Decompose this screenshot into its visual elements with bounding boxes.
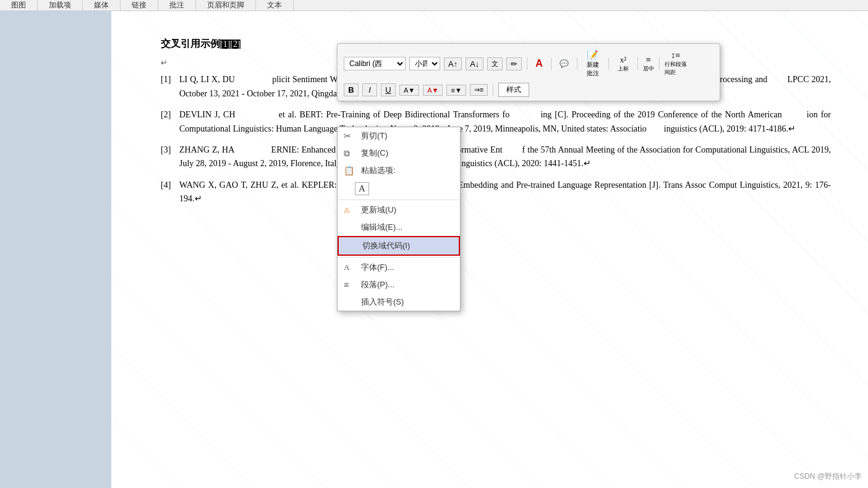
ref-content-3: ZHANG Z, HA ERNIE: Enhanced Language Rep… bbox=[179, 143, 831, 171]
toolbar-sep-5 bbox=[637, 57, 638, 70]
floating-toolbar: Calibri (西 小四 A↑ A↓ 文 ✏ A 💬 📝 新建批注 x² 上标… bbox=[337, 43, 720, 101]
toolbar-row-2: B I U A▼ A▼ ≡▼ ⇒≡ 样式 bbox=[344, 83, 713, 97]
ref-content-2: DEVLIN J, CH et al. BERT: Pre-Training o… bbox=[179, 108, 831, 136]
new-comment-btn[interactable]: 📝 新建批注 bbox=[582, 48, 603, 80]
clear-format-btn[interactable]: 文 bbox=[487, 57, 503, 70]
ref-entry-4: [4] WANG X, GAO T, ZHU Z, et al. KEPLER:… bbox=[161, 179, 831, 206]
bold-btn[interactable]: B bbox=[344, 83, 359, 96]
ribbon-tab-comment[interactable]: 批注 bbox=[158, 0, 196, 12]
font-size-select[interactable]: 小四 bbox=[409, 57, 440, 70]
list-btn[interactable]: ≡▼ bbox=[446, 85, 466, 96]
new-comment-label: 新建批注 bbox=[587, 61, 599, 78]
ref-content-4: WANG X, GAO T, ZHU Z, et al. KEPLER: A U… bbox=[179, 179, 831, 206]
line-spacing-btn[interactable]: ↕≡ 行和段落间距 bbox=[665, 51, 687, 77]
edit-field-label: 编辑域(E)... bbox=[361, 222, 454, 233]
context-font[interactable]: A 字体(F)... bbox=[338, 259, 460, 276]
font-color-btn[interactable]: A▼ bbox=[423, 85, 443, 96]
ref-entry-3: [3] ZHANG Z, HA ERNIE: Enhanced Language… bbox=[161, 143, 831, 171]
color-a-btn[interactable]: A bbox=[532, 56, 546, 71]
toolbar-sep-2 bbox=[551, 57, 551, 70]
font-decrease-btn[interactable]: A↓ bbox=[466, 57, 483, 70]
paragraph-label: 段落(P)... bbox=[361, 279, 454, 290]
cut-label: 剪切(T) bbox=[361, 130, 454, 141]
context-paste-sub[interactable]: A bbox=[338, 179, 460, 198]
csdn-watermark: CSDN @野指针小李 bbox=[794, 471, 862, 482]
context-menu: ✂ 剪切(T) ⧉ 复制(C) 📋 粘贴选项: A ⚠ 更新域(U) 编辑域(E… bbox=[337, 127, 461, 311]
new-comment-icon: 📝 bbox=[587, 49, 598, 61]
line-spacing-label: 行和段落间距 bbox=[665, 61, 687, 77]
insert-symbol-label: 插入符号(S) bbox=[361, 297, 454, 308]
superscript-btn[interactable]: x² 上标 bbox=[614, 54, 632, 74]
update-field-icon: ⚠ bbox=[344, 206, 357, 214]
context-paste-options[interactable]: 📋 粘贴选项: bbox=[338, 162, 460, 179]
ref-num-2: [2] bbox=[161, 108, 179, 136]
toolbar-sep-3 bbox=[577, 57, 577, 70]
menu-sep-2 bbox=[338, 257, 460, 258]
context-update-field[interactable]: ⚠ 更新域(U) bbox=[338, 201, 460, 219]
cut-icon: ✂ bbox=[344, 131, 357, 141]
font-menu-icon: A bbox=[344, 263, 357, 272]
context-cut[interactable]: ✂ 剪切(T) bbox=[338, 127, 460, 145]
toolbar-row-1: Calibri (西 小四 A↑ A↓ 文 ✏ A 💬 📝 新建批注 x² 上标… bbox=[344, 48, 713, 80]
ribbon-bar: 图图 加载项 媒体 链接 批注 页眉和页脚 文本 bbox=[0, 0, 868, 11]
toolbar-sep-6 bbox=[659, 57, 660, 70]
ribbon-tab-tut[interactable]: 图图 bbox=[0, 0, 38, 12]
ribbon-tab-media[interactable]: 媒体 bbox=[83, 0, 121, 12]
paste-options-label: 粘贴选项: bbox=[361, 165, 454, 176]
ref-num-1: [1] bbox=[161, 73, 179, 101]
context-toggle-code[interactable]: 切换域代码(I) bbox=[338, 236, 460, 256]
font-label: 字体(F)... bbox=[361, 262, 454, 273]
update-field-label: 更新域(U) bbox=[361, 204, 454, 216]
justify-btn[interactable]: ≡ 居中 bbox=[643, 55, 654, 73]
menu-sep-1 bbox=[338, 200, 460, 200]
selected-references: [1][2] bbox=[220, 40, 240, 49]
toolbar-sep-7 bbox=[493, 84, 493, 96]
justify-label: 居中 bbox=[643, 65, 654, 73]
ref-entry-2: [2] DEVLIN J, CH et al. BERT: Pre-Traini… bbox=[161, 108, 831, 136]
copy-label: 复制(C) bbox=[361, 148, 454, 159]
ribbon-tab-header[interactable]: 页眉和页脚 bbox=[196, 0, 256, 12]
context-edit-field[interactable]: 编辑域(E)... bbox=[338, 219, 460, 236]
ribbon-tab-link[interactable]: 链接 bbox=[121, 0, 158, 12]
underline-btn[interactable]: U bbox=[381, 83, 396, 96]
context-copy[interactable]: ⧉ 复制(C) bbox=[338, 145, 460, 162]
document-title: 交叉引用示例 bbox=[161, 38, 220, 49]
toolbar-sep-4 bbox=[608, 57, 609, 70]
paste-icon: 📋 bbox=[344, 166, 357, 175]
style-btn[interactable]: 样式 bbox=[498, 83, 529, 97]
pencil-btn[interactable]: ✏ bbox=[506, 57, 522, 70]
indent-btn[interactable]: ⇒≡ bbox=[470, 84, 488, 96]
context-insert-symbol[interactable]: 插入符号(S) bbox=[338, 293, 460, 311]
copy-icon: ⧉ bbox=[344, 148, 357, 159]
ref-num-4: [4] bbox=[161, 179, 179, 206]
ribbon-tab-addons[interactable]: 加载项 bbox=[38, 0, 83, 12]
toggle-code-label: 切换域代码(I) bbox=[362, 240, 453, 251]
highlight-btn[interactable]: A▼ bbox=[399, 85, 419, 96]
italic-btn[interactable]: I bbox=[362, 83, 377, 96]
font-name-select[interactable]: Calibri (西 bbox=[344, 57, 406, 70]
paste-format-icon: A bbox=[355, 182, 369, 195]
font-increase-btn[interactable]: A↑ bbox=[444, 57, 462, 70]
ribbon-tab-text[interactable]: 文本 bbox=[256, 0, 294, 12]
comment-icon-btn[interactable]: 💬 bbox=[556, 57, 572, 70]
toolbar-sep-1 bbox=[527, 57, 527, 70]
context-paragraph[interactable]: ≡ 段落(P)... bbox=[338, 276, 460, 293]
superscript-label: 上标 bbox=[618, 65, 629, 73]
left-sidebar bbox=[0, 11, 111, 488]
paragraph-icon: ≡ bbox=[344, 280, 357, 290]
ref-num-3: [3] bbox=[161, 143, 179, 171]
